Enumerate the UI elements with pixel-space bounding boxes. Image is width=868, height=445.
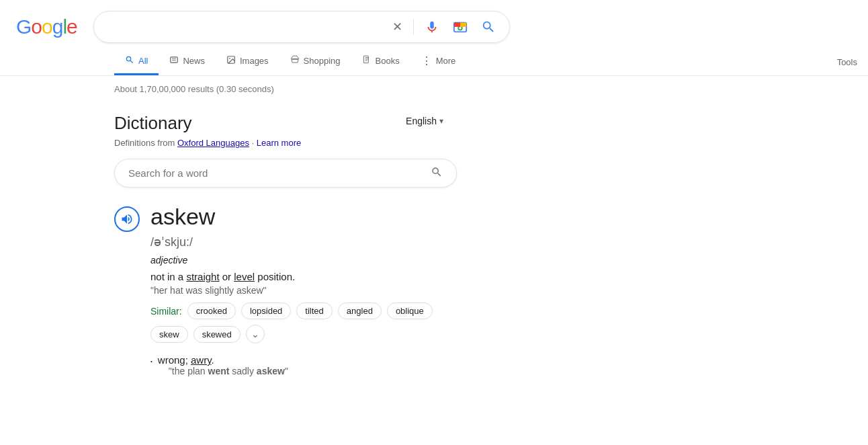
tab-shopping[interactable]: Shopping — [279, 48, 351, 75]
tab-more[interactable]: ⋮ More — [410, 49, 467, 75]
part-of-speech: adjective — [150, 255, 457, 266]
similar-tag-lopsided[interactable]: lopsided — [241, 302, 291, 319]
svg-rect-5 — [171, 57, 178, 63]
bullet-dot: • — [150, 358, 153, 364]
search-icon — [481, 19, 496, 34]
word-search-box — [114, 159, 457, 188]
chevron-down-icon: ⌄ — [251, 329, 259, 339]
tab-images[interactable]: Images — [216, 48, 279, 75]
shopping-tab-icon — [290, 55, 300, 67]
similar-tag-oblique[interactable]: oblique — [387, 302, 433, 319]
similar-tag-crooked[interactable]: crooked — [187, 302, 236, 319]
speaker-icon — [120, 212, 134, 226]
word-search-icon — [431, 166, 443, 180]
tab-books-label: Books — [376, 56, 400, 66]
similar-label: Similar: — [150, 306, 182, 317]
similar-tag-skew[interactable]: skew — [150, 326, 188, 343]
tools-button[interactable]: Tools — [826, 50, 868, 74]
audio-button[interactable] — [114, 206, 140, 232]
google-logo[interactable]: Google — [16, 15, 77, 38]
svg-point-9 — [229, 58, 230, 59]
language-label: English — [406, 116, 437, 126]
awry-link[interactable]: awry — [191, 354, 212, 366]
bullet-example: "the plan went sadly askew" — [169, 366, 288, 376]
askew-bold: askew — [257, 366, 285, 376]
definition-text: not in a straight or level position. — [150, 271, 457, 282]
tab-shopping-label: Shopping — [304, 56, 341, 66]
learn-more-link[interactable]: Learn more — [257, 138, 301, 148]
definitions-source: Definitions from Oxford Languages · Lear… — [114, 138, 457, 148]
similar-tag-skewed[interactable]: skewed — [193, 326, 241, 343]
expand-similar-button[interactable]: ⌄ — [246, 325, 265, 343]
microphone-button[interactable] — [422, 17, 442, 37]
similar-row: Similar: crooked lopsided tilted angled … — [150, 302, 457, 343]
tab-all[interactable]: All — [114, 48, 159, 75]
header: Google askew ✕ — [0, 0, 868, 43]
tab-books[interactable]: Books — [351, 48, 410, 75]
search-input[interactable]: askew — [105, 21, 384, 33]
clear-button[interactable]: ✕ — [390, 17, 405, 37]
tab-news[interactable]: News — [159, 48, 216, 75]
bullet-text: wrong; awry. — [158, 354, 214, 366]
search-submit-button[interactable] — [478, 17, 498, 37]
more-tab-icon: ⋮ — [421, 56, 432, 67]
word-title: askew — [150, 204, 215, 230]
language-selector[interactable]: English ▾ — [406, 116, 443, 126]
example-text: "her hat was slightly askew" — [150, 285, 457, 296]
search-icons: ✕ — [390, 17, 498, 37]
news-tab-icon — [169, 55, 179, 67]
tab-images-label: Images — [240, 56, 269, 66]
tab-more-label: More — [436, 56, 456, 66]
definition-block: not in a straight or level position. "he… — [150, 271, 457, 343]
tab-all-label: All — [138, 56, 148, 66]
images-tab-icon — [226, 55, 236, 67]
camera-search-button[interactable] — [450, 17, 470, 37]
svg-rect-3 — [454, 23, 460, 27]
main-content: English ▾ Dictionary Definitions from Ox… — [0, 102, 457, 376]
similar-tag-tilted[interactable]: tilted — [296, 302, 332, 319]
camera-icon — [453, 19, 468, 34]
word-search-input[interactable] — [128, 167, 431, 179]
word-entry: askew — [114, 204, 457, 232]
nav-tabs: All News Images Shopping Books ⋮ More To… — [0, 43, 868, 76]
similar-tag-angled[interactable]: angled — [338, 302, 382, 319]
bullet-definition: • wrong; awry. "the plan went sadly aske… — [150, 354, 457, 376]
results-count: About 1,70,00,000 results (0.30 seconds) — [0, 76, 868, 102]
microphone-icon — [425, 19, 439, 34]
chevron-down-icon: ▾ — [439, 116, 443, 126]
books-tab-icon — [362, 55, 372, 67]
pronunciation: /əˈskju:/ — [150, 235, 457, 249]
search-bar: askew ✕ — [93, 11, 510, 43]
went-bold: went — [208, 366, 230, 376]
oxford-languages-link[interactable]: Oxford Languages — [177, 138, 249, 148]
all-tab-icon — [125, 55, 134, 67]
svg-rect-4 — [460, 23, 466, 27]
svg-rect-10 — [363, 56, 368, 63]
bullet-item: • wrong; awry. "the plan went sadly aske… — [150, 354, 457, 376]
close-icon: ✕ — [392, 19, 402, 34]
tab-news-label: News — [183, 56, 205, 66]
divider — [413, 19, 414, 35]
